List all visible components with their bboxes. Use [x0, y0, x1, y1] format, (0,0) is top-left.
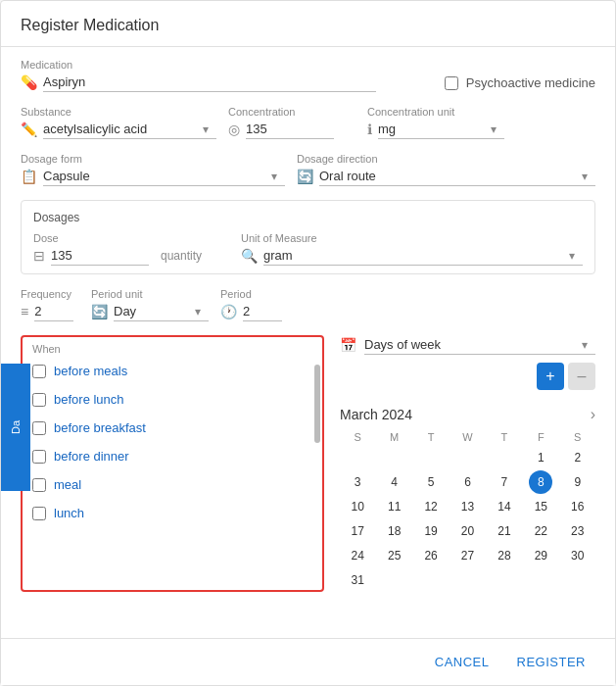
cal-day[interactable]: 7: [487, 470, 522, 494]
when-before-dinner-checkbox[interactable]: [32, 450, 46, 464]
calendar-next-icon[interactable]: ›: [591, 406, 595, 423]
calendar-title: March 2024: [340, 407, 412, 422]
cal-day[interactable]: 4: [376, 470, 411, 494]
cal-day[interactable]: 11: [376, 495, 411, 518]
cal-day[interactable]: 1: [523, 446, 558, 469]
when-meal-checkbox[interactable]: [32, 478, 46, 492]
register-medication-dialog: Register Medication Medication 💊 Psychoa…: [0, 0, 616, 686]
calendar-header: March 2024 ›: [340, 406, 595, 423]
dose-input[interactable]: [51, 246, 149, 266]
cal-day[interactable]: 29: [523, 544, 558, 567]
period-icon: 🕐: [220, 304, 237, 319]
cal-day[interactable]: 2: [560, 446, 595, 469]
dosage-form-select[interactable]: Capsule Tablet Liquid: [43, 167, 285, 185]
when-lunch-label: lunch: [54, 506, 84, 520]
cal-day[interactable]: 15: [523, 495, 558, 518]
substance-row: Substance ✏️ acetylsalicylic acid ▾ Conc…: [21, 106, 595, 139]
when-lunch-checkbox[interactable]: [32, 507, 46, 520]
dose-suffix: quantity: [161, 249, 202, 263]
dialog-footer: CANCEL REGISTER: [1, 638, 615, 685]
cal-day[interactable]: 18: [376, 519, 411, 543]
period-input[interactable]: [243, 302, 282, 321]
cal-day[interactable]: 17: [340, 519, 375, 543]
cal-day[interactable]: 27: [450, 544, 485, 567]
medication-field: Medication 💊: [21, 59, 433, 92]
period-unit-icon: 🔄: [91, 304, 108, 319]
cal-day-empty: [340, 446, 375, 469]
cal-day[interactable]: 9: [560, 470, 595, 494]
psychoactive-checkbox-row: Psychoactive medicine: [445, 75, 595, 92]
cal-day[interactable]: 31: [340, 568, 375, 592]
cal-day[interactable]: 30: [560, 544, 595, 567]
cal-header-s2: S: [560, 429, 595, 445]
cal-day[interactable]: 19: [413, 519, 449, 543]
when-scrollbar[interactable]: [314, 365, 320, 443]
concentration-unit-icon: ℹ: [367, 122, 372, 137]
cal-day[interactable]: 25: [376, 544, 411, 567]
days-of-week-select[interactable]: Days of week Monday Tuesday Wednesday Th…: [364, 335, 595, 354]
list-item[interactable]: before breakfast: [23, 414, 322, 442]
substance-select[interactable]: acetylsalicylic acid: [43, 120, 216, 138]
list-item[interactable]: before lunch: [23, 385, 322, 414]
add-remove-buttons: + –: [340, 363, 595, 390]
cal-day[interactable]: 14: [487, 495, 522, 518]
concentration-unit-label: Concentration unit: [367, 106, 504, 118]
frequency-input[interactable]: [34, 302, 73, 321]
right-panel: 📅 Days of week Monday Tuesday Wednesday …: [340, 335, 595, 592]
when-before-breakfast-label: before breakfast: [54, 420, 146, 435]
dose-row: Dose ⊟ quantity Unit of Measure 🔍 gram: [33, 232, 583, 266]
psychoactive-checkbox[interactable]: [445, 76, 458, 90]
cal-header-s1: S: [340, 429, 375, 445]
cal-day[interactable]: 6: [450, 470, 485, 494]
cal-day[interactable]: 20: [450, 519, 485, 543]
when-label: When: [23, 337, 322, 357]
concentration-unit-select[interactable]: mg g ml: [378, 120, 504, 138]
dosage-direction-select[interactable]: Oral route Topical Injection: [319, 167, 595, 185]
cancel-button[interactable]: CANCEL: [425, 649, 499, 675]
cal-day[interactable]: 5: [413, 470, 449, 494]
when-meal-label: meal: [54, 477, 81, 492]
cal-day[interactable]: 12: [413, 495, 449, 518]
frequency-field: Frequency ≡: [21, 288, 79, 321]
cal-day[interactable]: 16: [560, 495, 595, 518]
cal-day[interactable]: 26: [413, 544, 449, 567]
register-button[interactable]: REGISTER: [507, 649, 595, 675]
medication-input[interactable]: [43, 73, 376, 92]
remove-button[interactable]: –: [568, 363, 595, 390]
unit-of-measure-label: Unit of Measure: [241, 232, 583, 244]
substance-icon: ✏️: [21, 122, 37, 137]
cal-day[interactable]: 21: [487, 519, 522, 543]
concentration-icon: ◎: [228, 122, 240, 137]
cal-day[interactable]: 22: [523, 519, 558, 543]
when-before-lunch-checkbox[interactable]: [32, 393, 46, 407]
list-item[interactable]: before dinner: [23, 442, 322, 470]
concentration-input[interactable]: [246, 120, 334, 139]
when-before-meals-checkbox[interactable]: [32, 365, 46, 378]
period-field: Period 🕐: [220, 288, 279, 321]
list-item[interactable]: before meals: [23, 357, 322, 385]
concentration-unit-field: Concentration unit ℹ mg g ml ▾: [367, 106, 504, 139]
cal-day-today[interactable]: 8: [529, 470, 552, 494]
calendar: March 2024 › S M T W T F S: [340, 406, 595, 592]
cal-day[interactable]: 13: [450, 495, 485, 518]
unit-of-measure-select[interactable]: gram mg ml: [263, 246, 583, 265]
cal-day[interactable]: 23: [560, 519, 595, 543]
cal-day[interactable]: 10: [340, 495, 375, 518]
dosage-form-icon: 📋: [21, 169, 37, 184]
concentration-field: Concentration ◎: [228, 106, 355, 139]
period-unit-field: Period unit 🔄 Day Week Month ▾: [91, 288, 209, 321]
cal-day[interactable]: 3: [340, 470, 375, 494]
cal-header-f: F: [523, 429, 558, 445]
when-before-breakfast-checkbox[interactable]: [32, 421, 46, 435]
blue-sidebar: Da: [1, 364, 30, 491]
medication-label: Medication: [21, 59, 433, 71]
cal-day[interactable]: 24: [340, 544, 375, 567]
dosage-direction-icon: 🔄: [297, 169, 313, 184]
unit-of-measure-icon: 🔍: [241, 248, 258, 264]
list-item[interactable]: lunch: [23, 499, 322, 527]
period-unit-select[interactable]: Day Week Month: [114, 302, 209, 320]
list-item[interactable]: meal: [23, 470, 322, 499]
add-button[interactable]: +: [537, 363, 564, 390]
dosages-section: Dosages Dose ⊟ quantity Unit of Measure …: [21, 200, 595, 274]
cal-day[interactable]: 28: [487, 544, 522, 567]
